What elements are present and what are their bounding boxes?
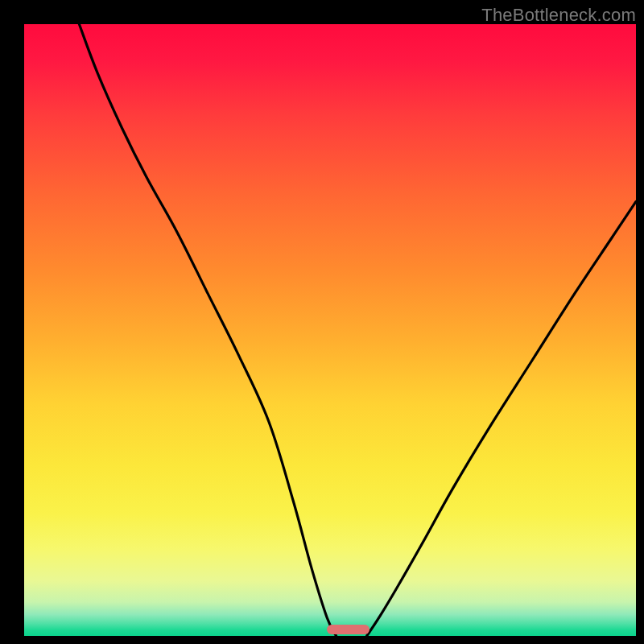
watermark-text: TheBottleneck.com	[481, 5, 636, 26]
plot-area	[24, 24, 636, 636]
curve-left-branch	[79, 24, 336, 636]
bottleneck-curve	[24, 24, 636, 636]
optimum-marker	[327, 625, 369, 634]
curve-right-branch	[367, 201, 636, 636]
